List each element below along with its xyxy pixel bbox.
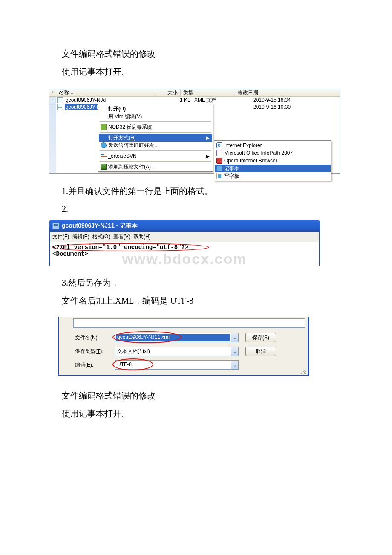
saveas-screenshot: 文件名(N): gcout0906JY-NJ11.xml ⌄ 保存(S) 保存类… xyxy=(58,317,309,376)
file-icon xyxy=(57,104,63,110)
paragraph-8: 使用记事本打开。 xyxy=(62,407,330,420)
step-text: 然后另存为， xyxy=(68,278,119,287)
explorer-scroll-strip[interactable]: ˄ xyxy=(49,97,56,173)
file-icon xyxy=(57,97,63,103)
step-number: 3. xyxy=(62,278,68,287)
menu-help[interactable]: 帮助(H) xyxy=(133,234,151,240)
menu-item-nod32[interactable]: NOD32 反病毒系统 xyxy=(99,123,212,131)
header-name[interactable]: 名称 ▲ xyxy=(56,89,154,96)
encoding-label: 编码(E): xyxy=(75,361,115,369)
notepad-screenshot: gcout0906JY-NJ11 - 记事本 文件(F) 编辑(E) 格式(O)… xyxy=(49,220,320,266)
code-line-2: <Document> xyxy=(52,251,88,257)
menu-item-ie[interactable]: Internet Explorer xyxy=(215,142,331,149)
menu-format[interactable]: 格式(O) xyxy=(92,234,110,240)
menu-item-open-with[interactable]: 打开方式(H) ▶ xyxy=(99,134,212,142)
menu-label: 写字板 xyxy=(224,173,239,180)
chevron-right-icon: ▶ xyxy=(206,136,210,140)
header-type[interactable]: 类型 xyxy=(181,89,235,96)
menu-label: 记事本 xyxy=(224,165,239,172)
menu-edit[interactable]: 编辑(E) xyxy=(72,234,89,240)
infopath-icon xyxy=(216,150,222,156)
filename-label: 文件名(N): xyxy=(75,334,115,341)
chevron-down-icon[interactable]: ⌄ xyxy=(231,347,238,356)
menu-view[interactable]: 查看(V) xyxy=(113,234,130,240)
paragraph-1: 文件编码格式错误的修改 xyxy=(62,47,330,61)
file-date: 2010-9-15 16:34 xyxy=(250,97,291,103)
header-size[interactable]: 大小 xyxy=(154,89,181,96)
menu-item-add-archive[interactable]: 添加到压缩文件(A)... xyxy=(99,163,212,171)
file-type: XML 文档 xyxy=(194,97,250,104)
file-name: gcout0906JY-NJd xyxy=(65,97,107,103)
chevron-up-icon[interactable]: ˄ xyxy=(50,98,55,103)
window-title: gcout0906JY-NJ11 - 记事本 xyxy=(62,222,138,230)
context-submenu-open-with: Internet Explorer Microsoft Office InfoP… xyxy=(214,140,331,181)
opera-icon xyxy=(216,158,222,164)
step-number: 2. xyxy=(62,204,68,214)
paragraph-2: 使用记事本打开。 xyxy=(62,65,330,78)
menu-label: NOD32 反病毒系统 xyxy=(108,124,152,131)
tortoisesvn-icon xyxy=(101,153,107,159)
archive-icon xyxy=(101,164,107,170)
menu-item-infopath[interactable]: Microsoft Office InfoPath 2007 xyxy=(215,149,331,157)
step-number: 1. xyxy=(62,186,68,196)
save-button[interactable]: 保存(S) xyxy=(245,333,276,342)
explorer-header: × 名称 ▲ 大小 类型 修改日期 xyxy=(49,89,340,97)
code-line-1: <?xml version="1.0" encoding="utf-8"?> xyxy=(52,244,188,251)
paragraph-5: 3.然后另存为， xyxy=(62,276,330,289)
menu-label: Microsoft Office InfoPath 2007 xyxy=(224,150,293,156)
step-text: 并且确认文件的第一行是上面的格式。 xyxy=(68,186,213,196)
menu-item-edit-vim[interactable]: 用 Vim 编辑(V) xyxy=(99,113,212,120)
file-list-area[interactable] xyxy=(73,318,305,328)
menu-item-aliwangwang[interactable]: 发送给阿里旺旺好友... xyxy=(99,142,212,149)
sort-ascending-icon: ▲ xyxy=(70,91,74,95)
notepad-icon xyxy=(216,165,222,171)
menu-file[interactable]: 文件(F) xyxy=(52,234,69,240)
shield-icon xyxy=(101,124,107,130)
cancel-button[interactable]: 取消 xyxy=(245,347,276,356)
notepad-icon xyxy=(52,223,59,229)
file-date: 2010-9-16 10:30 xyxy=(250,104,291,110)
menu-label: 用 Vim 编辑(V) xyxy=(108,113,142,120)
menu-item-open[interactable]: 打开(O) xyxy=(99,105,212,113)
menu-item-opera[interactable]: Opera Internet Browser xyxy=(215,157,331,165)
separator xyxy=(100,161,211,162)
close-icon[interactable]: × xyxy=(49,89,56,96)
menu-item-wordpad[interactable]: 写字板 xyxy=(215,172,331,180)
paragraph-6: 文件名后加上.XML，编码是 UTF-8 xyxy=(62,294,330,307)
wordpad-icon xyxy=(216,173,222,179)
menu-label: Internet Explorer xyxy=(224,142,262,148)
ie-icon xyxy=(216,142,222,148)
file-name: gcout0906JY-N xyxy=(65,104,101,110)
menu-label: 发送给阿里旺旺好友... xyxy=(108,142,159,149)
chevron-down-icon[interactable]: ⌄ xyxy=(231,333,238,342)
resize-grip-icon[interactable] xyxy=(300,368,306,374)
file-size: 1 KB xyxy=(147,97,194,103)
explorer-screenshot: × 名称 ▲ 大小 类型 修改日期 ˄ gcout0906JY-NJd 1 KB… xyxy=(49,89,340,174)
header-name-label: 名称 xyxy=(59,89,69,96)
menu-label: 打开(O) xyxy=(108,105,126,113)
text-area[interactable]: <?xml version="1.0" encoding="utf-8"?> <… xyxy=(49,242,320,266)
menu-label: 打开方式(H) xyxy=(108,134,136,142)
menu-label: Opera Internet Browser xyxy=(224,158,277,164)
titlebar[interactable]: gcout0906JY-NJ11 - 记事本 xyxy=(49,220,320,232)
paragraph-4: 2. xyxy=(62,202,330,216)
separator xyxy=(100,121,211,122)
filetype-select[interactable]: 文本文档(*.txt) ⌄ xyxy=(115,347,239,356)
menu-item-notepad[interactable]: 记事本 xyxy=(215,165,331,172)
encoding-value: UTF-8 xyxy=(115,361,231,369)
paragraph-3: 1.并且确认文件的第一行是上面的格式。 xyxy=(62,184,330,198)
separator xyxy=(100,132,211,133)
header-date[interactable]: 修改日期 xyxy=(235,89,340,96)
encoding-select[interactable]: UTF-8 ⌄ xyxy=(115,360,239,370)
menu-item-tortoisesvn[interactable]: TortoiseSVN ▶ xyxy=(99,152,212,160)
chevron-down-icon[interactable]: ⌄ xyxy=(231,361,238,369)
menubar: 文件(F) 编辑(E) 格式(O) 查看(V) 帮助(H) xyxy=(49,232,320,242)
filename-input[interactable]: gcout0906JY-NJ11.xml ⌄ xyxy=(115,333,239,342)
menu-label: 添加到压缩文件(A)... xyxy=(108,163,155,171)
globe-icon xyxy=(101,142,107,148)
filetype-value: 文本文档(*.txt) xyxy=(115,347,231,356)
table-row[interactable]: gcout0906JY-NJd 1 KB XML 文档 2010-9-15 16… xyxy=(56,97,340,104)
context-menu: 打开(O) 用 Vim 编辑(V) NOD32 反病毒系统 打开方式(H) ▶ xyxy=(98,104,213,172)
filename-value: gcout0906JY-NJ11.xml xyxy=(116,334,230,341)
separator xyxy=(100,150,211,151)
